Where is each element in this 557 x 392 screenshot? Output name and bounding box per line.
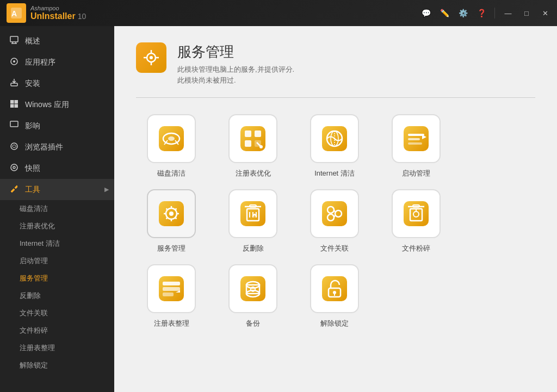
titlebar: A Ashampoo UnInstaller 10 💬 ✏️ ⚙️ ❓ — □ … — [0, 0, 557, 26]
svg-point-34 — [259, 145, 263, 148]
apps-label: 应用程序 — [25, 58, 55, 67]
sub-item-registry-opt[interactable]: 注册表优化 — [0, 217, 114, 235]
tools-icon — [9, 184, 20, 195]
tool-file-shred[interactable]: 文件粉碎 — [381, 189, 451, 253]
registry-defrag-icon[interactable] — [147, 264, 196, 313]
file-assoc-sub-label: 文件关联 — [20, 308, 48, 318]
page-header-icon — [136, 42, 166, 73]
svg-rect-42 — [408, 142, 422, 145]
sidebar-item-browser-plugins[interactable]: 浏览器插件 — [0, 136, 114, 158]
tool-unlock[interactable]: 解除锁定 — [299, 264, 370, 328]
backup-icon[interactable] — [228, 264, 277, 313]
tool-service-mgmt[interactable]: 服务管理 — [136, 189, 207, 253]
tool-disk-clean[interactable]: 磁盘清洁 — [136, 114, 207, 178]
tools-row-3: 注册表整理 备份 — [136, 264, 535, 328]
version-number: 10 — [78, 13, 86, 21]
file-assoc-icon[interactable] — [310, 189, 359, 238]
file-shred-icon[interactable] — [392, 189, 441, 238]
svg-rect-76 — [163, 287, 180, 291]
internet-clean-icon[interactable] — [310, 114, 359, 163]
svg-point-7 — [13, 60, 15, 63]
window-controls: 💬 ✏️ ⚙️ ❓ — □ ✕ — [418, 5, 553, 21]
tool-backup[interactable]: 备份 — [218, 264, 288, 328]
help-icon[interactable]: ❓ — [474, 5, 489, 21]
chat-icon[interactable]: 💬 — [418, 5, 434, 21]
tools-arrow: ▶ — [104, 186, 109, 193]
svg-rect-8 — [11, 83, 17, 86]
svg-rect-31 — [245, 140, 251, 147]
brand-name: Ashampoo — [30, 5, 86, 11]
sub-item-file-shred[interactable]: 文件粉碎 — [0, 322, 114, 339]
undelete-sub-label: 反删除 — [20, 291, 41, 301]
unlock-icon[interactable] — [310, 264, 359, 313]
disk-clean-sub-label: 磁盘清洁 — [20, 204, 48, 214]
sidebar-item-impact[interactable]: 影响 — [0, 115, 114, 136]
sidebar: 概述 应用程序 安装 Winows 应用 影响 — [0, 26, 114, 392]
tool-internet-clean[interactable]: Internet 清洁 — [299, 114, 370, 178]
tool-file-assoc[interactable]: 文件关联 — [299, 189, 370, 253]
svg-rect-40 — [408, 134, 424, 136]
sub-item-disk-clean[interactable]: 磁盘清洁 — [0, 200, 114, 217]
page-header: 服务管理 此模块管理电脑上的服务,并提供评分. 此模块尚未被用过. — [136, 42, 535, 86]
disk-clean-icon[interactable] — [147, 114, 196, 163]
sub-item-internet-clean[interactable]: Internet 清洁 — [0, 235, 114, 252]
browser-plugin-icon — [9, 142, 20, 152]
tool-startup[interactable]: 启动管理 — [381, 114, 451, 178]
edit-icon[interactable]: ✏️ — [437, 5, 452, 21]
registry-defrag-sub-label: 注册表整理 — [20, 343, 55, 353]
tool-registry-defrag[interactable]: 注册表整理 — [136, 264, 207, 328]
sub-item-service-mgmt[interactable]: 服务管理 — [0, 270, 114, 287]
sidebar-item-tools[interactable]: 工具 ▶ — [0, 179, 114, 200]
registry-opt-sub-label: 注册表优化 — [20, 221, 55, 231]
svg-rect-77 — [163, 293, 174, 296]
sidebar-item-apps[interactable]: 应用程序 — [0, 52, 114, 73]
sub-item-file-assoc[interactable]: 文件关联 — [0, 304, 114, 322]
tool-registry-opt[interactable]: 注册表优化 — [218, 114, 288, 178]
install-label: 安装 — [25, 79, 40, 89]
tools-row-1: 磁盘清洁 — [136, 114, 535, 178]
page-desc2: 此模块尚未被用过. — [177, 76, 294, 85]
sidebar-item-windows-apps[interactable]: Winows 应用 — [0, 94, 114, 115]
maximize-button[interactable]: □ — [519, 5, 534, 21]
page-title: 服务管理 — [177, 42, 294, 61]
sub-item-unlock[interactable]: 解除锁定 — [0, 357, 114, 374]
svg-point-46 — [169, 211, 174, 216]
settings-icon[interactable]: ⚙️ — [455, 5, 471, 21]
sub-item-undelete[interactable]: 反删除 — [0, 287, 114, 304]
sub-item-registry-defrag[interactable]: 注册表整理 — [0, 339, 114, 357]
svg-rect-75 — [163, 282, 180, 285]
tool-undelete[interactable]: 反删除 — [218, 189, 288, 253]
undelete-label: 反删除 — [243, 244, 264, 253]
sidebar-item-install[interactable]: 安装 — [0, 73, 114, 94]
sidebar-item-overview[interactable]: 概述 — [0, 30, 114, 52]
windows-icon — [9, 99, 20, 110]
minimize-button[interactable]: — — [500, 5, 516, 21]
registry-opt-label: 注册表优化 — [236, 169, 271, 178]
svg-rect-41 — [408, 138, 420, 140]
undelete-icon[interactable] — [228, 189, 277, 238]
app-logo: A Ashampoo UnInstaller 10 — [0, 3, 86, 23]
unlock-sub-label: 解除锁定 — [20, 360, 48, 370]
svg-rect-10 — [15, 100, 18, 104]
registry-defrag-label: 注册表整理 — [154, 319, 189, 328]
service-mgmt-label: 服务管理 — [157, 244, 185, 253]
overview-icon — [9, 36, 20, 46]
svg-rect-9 — [10, 100, 14, 104]
sidebar-item-snapshots[interactable]: 快照 — [0, 158, 114, 179]
impact-icon — [9, 121, 20, 131]
sub-item-startup[interactable]: 启动管理 — [0, 252, 114, 270]
close-button[interactable]: ✕ — [537, 5, 553, 21]
apps-icon — [9, 57, 20, 67]
backup-label: 备份 — [246, 319, 260, 328]
disk-clean-label: 磁盘清洁 — [157, 169, 185, 178]
header-divider — [136, 97, 535, 98]
internet-clean-sub-label: Internet 清洁 — [20, 239, 60, 248]
startup-icon[interactable] — [392, 114, 441, 163]
tools-row-2: 服务管理 — [136, 189, 535, 253]
svg-rect-11 — [10, 104, 14, 108]
svg-rect-30 — [255, 130, 261, 137]
service-mgmt-sub-label: 服务管理 — [20, 273, 48, 283]
service-mgmt-icon[interactable] — [147, 189, 196, 238]
registry-opt-icon[interactable] — [228, 114, 277, 163]
svg-rect-12 — [15, 104, 18, 108]
